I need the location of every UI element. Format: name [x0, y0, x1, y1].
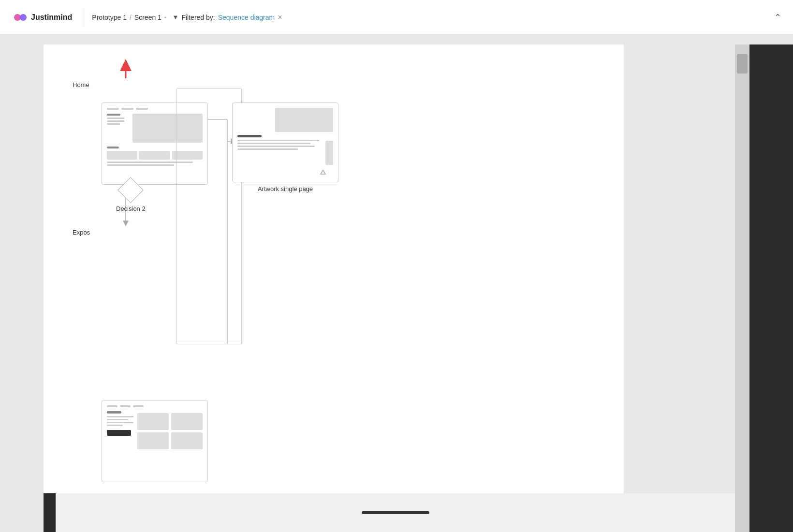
wf-line — [107, 419, 128, 420]
wf-line — [107, 416, 133, 417]
right-dark-panel — [749, 44, 793, 532]
expos-label: Expos — [73, 229, 90, 236]
artwork-screen-container: Artwork single page — [232, 103, 338, 192]
wf-line — [120, 405, 131, 407]
wf-art-image — [275, 108, 333, 132]
right-scrollbar — [735, 44, 749, 532]
filter-label: Filtered by: — [181, 14, 215, 21]
bottom-dark-strip — [44, 493, 56, 532]
wf-button — [107, 430, 131, 436]
breadcrumb: Prototype 1 / Screen 1 - — [92, 14, 166, 21]
wf-line — [121, 108, 133, 110]
wf-bottom-heading — [107, 147, 119, 148]
bottom-content — [56, 511, 735, 514]
scroll-up-icon — [320, 169, 326, 176]
breadcrumb-dash: - — [164, 14, 167, 21]
breadcrumb-prototype: Prototype 1 — [92, 14, 127, 21]
wf-art-scroll-up — [320, 169, 326, 178]
expos-screen-container: Expos — [73, 226, 90, 236]
diagram-canvas: Home Decision 2 — [44, 44, 624, 532]
wf-line — [133, 405, 144, 407]
collapse-icon: ⌃ — [774, 13, 781, 22]
wf-text-line — [107, 118, 124, 119]
brand-name: Justinmind — [31, 13, 72, 22]
svg-marker-11 — [321, 170, 325, 174]
diamond-shape — [117, 177, 144, 203]
wf-ex-content — [107, 411, 203, 449]
logo: Justinmind — [12, 9, 72, 26]
svg-point-1 — [20, 14, 27, 21]
wf-cell — [107, 151, 137, 160]
scrollbar-thumb[interactable] — [737, 54, 748, 74]
wf-scrollbar — [325, 141, 333, 165]
main-area: Home Decision 2 — [0, 35, 793, 532]
wf-heading — [237, 135, 262, 137]
wf-text-line — [107, 123, 120, 125]
wf-text-line — [107, 164, 174, 166]
wf-line — [237, 140, 319, 141]
breadcrumb-sep1: / — [130, 14, 132, 21]
wf-left — [107, 114, 129, 143]
svg-point-0 — [14, 14, 21, 21]
wf-art-top — [237, 108, 333, 132]
decision-node: Decision 2 — [116, 181, 146, 212]
wf-grid-cell — [171, 413, 203, 430]
bottom-pill — [362, 511, 429, 514]
wf-line — [107, 405, 117, 407]
wf-line — [237, 143, 310, 144]
wf-heading — [107, 411, 121, 414]
wf-grid-cell — [137, 432, 169, 449]
wf-cell — [139, 151, 170, 160]
wf-line — [237, 146, 315, 147]
expos-screen-wireframe — [102, 400, 208, 482]
connector-svg — [44, 44, 479, 359]
artwork-screen-wireframe — [232, 103, 338, 182]
breadcrumb-screen: Screen 1 — [134, 14, 162, 21]
wf-heading-line — [107, 114, 120, 116]
filter-bar: ▼ Filtered by: Sequence diagram × — [173, 14, 282, 21]
svg-marker-2 — [120, 59, 132, 71]
wf-grid-cell — [137, 413, 169, 430]
topbar-divider — [82, 8, 82, 27]
filter-icon: ▼ — [173, 14, 179, 21]
wf-line — [107, 425, 123, 426]
wf-ex-left — [107, 411, 133, 449]
wf-line — [107, 422, 133, 423]
wf-line — [107, 108, 119, 110]
wf-text-line — [107, 120, 124, 122]
justinmind-logo-icon — [12, 9, 29, 26]
wf-ex-grid — [137, 413, 203, 449]
home-label: Home — [73, 81, 89, 89]
wf-art-body — [237, 135, 333, 165]
wf-line — [136, 108, 148, 110]
wf-grid-cell — [171, 432, 203, 449]
decision-label: Decision 2 — [116, 205, 146, 212]
wf-art-text — [237, 135, 323, 165]
bottom-bar — [44, 493, 735, 532]
collapse-button[interactable]: ⌃ — [774, 12, 781, 23]
home-screen-container: Home — [73, 78, 89, 89]
artwork-label: Artwork single page — [232, 185, 338, 192]
filter-close-icon[interactable]: × — [278, 14, 282, 21]
topbar: Justinmind Prototype 1 / Screen 1 - ▼ Fi… — [0, 0, 793, 35]
wf-line — [237, 148, 298, 150]
filter-link[interactable]: Sequence diagram — [218, 14, 275, 21]
wf-ex-topbar — [107, 405, 203, 407]
